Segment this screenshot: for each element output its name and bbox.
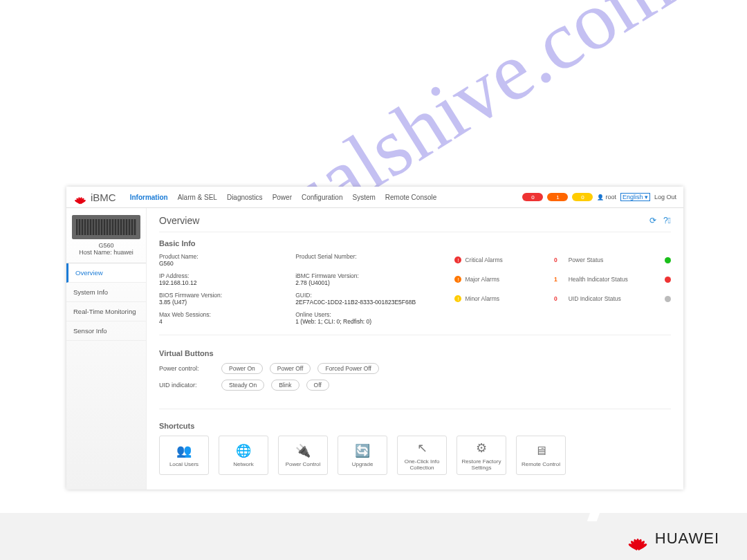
footer-brand: HUAWEI [626, 528, 719, 549]
count-critical-alarms: 0 [554, 256, 557, 263]
label-power-status: Power Status [569, 256, 604, 263]
value-ibmc-fw: 2.78 (U4001) [295, 279, 443, 286]
logout-link[interactable]: Log Out [654, 194, 676, 200]
brand-logo: iBMC [73, 191, 116, 203]
shortcut-restore-factory[interactable]: ⚙Restore Factory Settings [456, 436, 506, 475]
minor-badge-icon: ! [454, 295, 461, 302]
uid-steady-on-button[interactable]: Steady On [221, 380, 264, 391]
topbar: iBMC Information Alarm & SEL Diagnostics… [66, 187, 683, 208]
shortcut-remote-control[interactable]: 🖥Remote Control [516, 436, 566, 475]
sidebar-item-realtime-monitoring[interactable]: Real-Time Monitoring [66, 302, 146, 321]
label-critical-alarms: Critical Alarms [465, 256, 502, 263]
shortcut-network[interactable]: 🌐Network [219, 436, 268, 475]
label-ip-address: IP Address: [159, 272, 284, 279]
hostname-label: Host Name: huawei [66, 249, 146, 256]
label-max-sessions: Max Web Sessions: [159, 311, 284, 318]
sidebar: G560 Host Name: huawei Overview System I… [66, 208, 147, 489]
section-virtual-buttons: Virtual Buttons [159, 349, 671, 357]
tab-configuration[interactable]: Configuration [302, 194, 342, 201]
value-online-users: 1 (Web: 1; CLI: 0; Redfish: 0) [295, 318, 443, 325]
monitor-icon: 🖥 [535, 444, 547, 458]
label-ibmc-fw: iBMC Firmware Version: [295, 272, 443, 279]
forced-power-off-button[interactable]: Forced Power Off [317, 363, 378, 374]
chassis-image [72, 215, 140, 239]
uid-status-indicator [665, 296, 671, 302]
refresh-icon: 🔄 [355, 443, 370, 458]
critical-badge-icon: ! [454, 256, 461, 263]
critical-pill[interactable]: 0 [522, 193, 543, 201]
label-online-users: Online Users: [295, 311, 443, 318]
count-minor-alarms: 0 [554, 295, 557, 302]
help-icon[interactable]: ?⃝ [663, 216, 671, 225]
app-window: iBMC Information Alarm & SEL Diagnostics… [66, 187, 683, 489]
value-ip-address: 192.168.10.12 [159, 279, 284, 286]
model-label: G560 [66, 242, 146, 249]
sidebar-item-sensor-info[interactable]: Sensor Info [66, 321, 146, 341]
label-health-status: Health Indicator Status [569, 276, 628, 283]
shortcut-power-control[interactable]: 🔌Power Control [278, 436, 328, 475]
top-tabs: Information Alarm & SEL Diagnostics Powe… [130, 194, 437, 201]
sidebar-item-overview[interactable]: Overview [66, 263, 146, 283]
brand-text: iBMC [91, 192, 116, 203]
language-select[interactable]: English ▾ [620, 193, 650, 201]
section-shortcuts: Shortcuts [159, 422, 671, 430]
label-product-name: Product Name: [159, 253, 284, 260]
gear-icon: ⚙ [476, 440, 487, 456]
label-bios-fw: BIOS Firmware Version: [159, 292, 284, 299]
shortcut-local-users[interactable]: 👥Local Users [159, 436, 209, 475]
huawei-petal-icon [626, 528, 649, 549]
value-max-sessions: 4 [159, 318, 284, 325]
basic-info-grid: Product Name:G560 Product Serial Number:… [159, 253, 671, 335]
tab-alarm-sel[interactable]: Alarm & SEL [178, 194, 217, 201]
label-uid-status: UID Indicator Status [569, 295, 621, 302]
page-footer: HUAWEI [0, 513, 747, 560]
label-major-alarms: Major Alarms [465, 276, 499, 283]
value-product-name: G560 [159, 260, 284, 267]
label-product-sn: Product Serial Number: [295, 253, 443, 260]
value-bios-fw: 3.85 (U47) [159, 299, 284, 306]
plug-icon: 🔌 [295, 443, 311, 458]
power-status-indicator [665, 257, 671, 263]
tab-system[interactable]: System [352, 194, 375, 201]
value-guid: 2EF7AC0C-1DD2-11B2-8333-001823E5F68B [295, 299, 443, 306]
minor-pill[interactable]: 0 [572, 193, 593, 201]
main-content: Overview ⟳ ?⃝ Basic Info Product Name:G5… [147, 208, 683, 489]
shortcut-label: Upgrade [352, 461, 374, 467]
uid-off-button[interactable]: Off [306, 380, 329, 391]
major-badge-icon: ! [454, 276, 461, 283]
label-power-control: Power control: [159, 365, 214, 372]
shortcut-one-click-collection[interactable]: ↖One-Click Info Collection [397, 436, 447, 475]
users-icon: 👥 [176, 443, 192, 458]
sidebar-item-system-info[interactable]: System Info [66, 283, 146, 302]
huawei-petal-icon [73, 191, 87, 203]
uid-blink-button[interactable]: Blink [271, 380, 299, 391]
count-major-alarms: 1 [554, 276, 557, 283]
topbar-right: 0 1 0 root English ▾ Log Out [522, 193, 676, 201]
refresh-icon[interactable]: ⟳ [649, 216, 656, 225]
page-title: Overview [159, 215, 199, 226]
health-status-indicator [665, 277, 671, 283]
major-pill[interactable]: 1 [547, 193, 568, 201]
tab-remote-console[interactable]: Remote Console [385, 194, 436, 201]
tab-power[interactable]: Power [273, 194, 292, 201]
shortcut-upgrade[interactable]: 🔄Upgrade [338, 436, 387, 475]
label-minor-alarms: Minor Alarms [465, 295, 499, 302]
power-off-button[interactable]: Power Off [270, 363, 311, 374]
shortcut-label: Restore Factory Settings [457, 458, 506, 471]
cursor-icon: ↖ [417, 440, 427, 456]
label-uid-indicator: UID indicator: [159, 382, 214, 389]
section-basic-info: Basic Info [159, 239, 671, 248]
power-on-button[interactable]: Power On [221, 363, 263, 374]
shortcut-label: Remote Control [522, 461, 560, 467]
tab-information[interactable]: Information [130, 194, 168, 201]
sidebar-nav: Overview System Info Real-Time Monitorin… [66, 263, 146, 341]
shortcut-label: Network [233, 461, 253, 467]
footer-brand-text: HUAWEI [655, 530, 719, 548]
current-user: root [597, 194, 616, 200]
shortcut-grid: 👥Local Users 🌐Network 🔌Power Control 🔄Up… [159, 436, 671, 475]
tab-diagnostics[interactable]: Diagnostics [227, 194, 263, 201]
footer-divider [587, 494, 607, 521]
shortcut-label: One-Click Info Collection [398, 458, 446, 471]
label-guid: GUID: [295, 292, 443, 299]
shortcut-label: Local Users [169, 461, 199, 467]
